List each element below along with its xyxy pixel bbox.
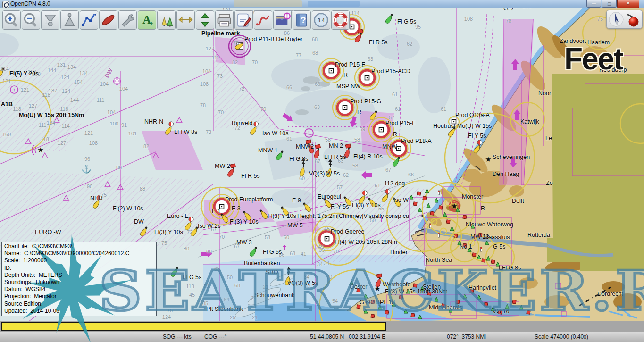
help-icon: ? <box>293 11 310 29</box>
production-platform <box>315 226 339 251</box>
clock-icon: -8.4 <box>312 11 330 29</box>
harbor-mark <box>456 300 460 304</box>
chart-scale-value: Scale 474000 (0.40x) <box>535 334 588 340</box>
toolbar-print-button[interactable] <box>215 10 234 30</box>
chart-bar-key[interactable] <box>1 322 386 331</box>
toolbar-chart-scale-button[interactable] <box>176 10 195 30</box>
drop-mark-icon <box>100 11 117 29</box>
ais-targets-icon <box>158 11 175 29</box>
toolbar-create-route-button[interactable] <box>80 10 98 30</box>
toolbar-drop-mark-button[interactable] <box>99 10 117 30</box>
toolbar-route-manager-button[interactable] <box>234 10 253 30</box>
toolbar-track-button[interactable] <box>254 10 272 30</box>
toolbar-options-button[interactable] <box>118 10 137 30</box>
background-window-artifact <box>308 1 360 7</box>
unsurveyed-area <box>547 74 644 271</box>
opencpn-window: ★★★★⚓i! 12112711415010495108787596807875… <box>0 0 644 342</box>
toolbar-chart-stack-button[interactable] <box>196 10 214 30</box>
toolbar-enc-text-button[interactable]: A+ <box>138 10 156 30</box>
chart-outlines-icon: ! <box>274 11 291 29</box>
options-icon <box>119 11 136 29</box>
compass-widget[interactable] <box>606 10 643 29</box>
title-bar[interactable]: OpenCPN 4.8.0 <box>0 0 644 8</box>
harbor-mark <box>491 260 495 264</box>
harbor-mark <box>470 290 474 293</box>
mob-icon <box>332 11 349 29</box>
svg-text:★: ★ <box>37 146 43 154</box>
harbor-mark <box>417 192 421 195</box>
production-platform <box>355 66 379 90</box>
toolbar-scale-down-button[interactable] <box>41 10 59 30</box>
toolbar-chart-outlines-button[interactable]: ! <box>273 10 292 30</box>
toolbar-follow-vessel-button[interactable] <box>60 10 79 30</box>
toolbar-help-button[interactable]: ? <box>293 10 311 30</box>
chart-scale-icon <box>177 11 194 29</box>
chart-mark-anchor: ⚓ <box>81 164 92 174</box>
harbor-mark <box>413 202 417 206</box>
main-toolbar: A+!?-8.4 <box>2 10 350 30</box>
harbor-mark <box>423 196 427 200</box>
harbor-mark <box>430 224 431 228</box>
zoom-in-icon <box>3 11 20 29</box>
harbor-mark <box>399 295 403 299</box>
chart-stack-icon <box>196 11 214 29</box>
track-icon <box>254 11 272 29</box>
minimize-button[interactable]: — <box>586 0 601 8</box>
harbor-mark <box>442 304 445 308</box>
svg-text:!: ! <box>308 130 310 137</box>
scale-down-icon <box>42 11 59 29</box>
app-icon <box>2 1 9 8</box>
svg-text:+: + <box>149 19 153 27</box>
production-platform <box>319 58 343 83</box>
toolbar-ais-targets-button[interactable] <box>157 10 176 30</box>
route-manager-icon <box>235 11 252 29</box>
print-icon <box>216 11 233 29</box>
create-route-icon <box>80 11 98 29</box>
svg-text:⚓: ⚓ <box>81 164 92 174</box>
toolbar-clock-button[interactable]: -8.4 <box>312 10 330 30</box>
light-star: ★ <box>374 284 380 292</box>
chart-bar[interactable] <box>0 321 644 332</box>
svg-text:★: ★ <box>374 284 380 292</box>
harbor-mark <box>512 300 516 304</box>
harbor-mark <box>438 233 440 237</box>
maximize-button[interactable]: ▢ <box>602 0 617 8</box>
svg-text:?: ? <box>301 15 306 25</box>
harbor-mark <box>498 310 502 314</box>
compass-rose-icon <box>609 12 623 26</box>
harbor-mark <box>357 288 360 292</box>
harbor-mark <box>371 314 375 318</box>
light-star: ★ <box>485 155 491 163</box>
cursor-bearing: 072° 3753 NMi <box>447 334 486 340</box>
harbor-mark <box>527 310 530 314</box>
gps-status-icon <box>629 17 638 26</box>
status-bar: SOG --- kts COG ---° 51 44.0805 N 002 31… <box>0 332 644 342</box>
harbor-mark <box>427 292 431 295</box>
svg-text:!: ! <box>286 13 288 19</box>
production-platform <box>449 117 459 127</box>
harbor-mark <box>472 253 476 257</box>
chart-info-box <box>1 242 157 316</box>
svg-text:★: ★ <box>451 202 457 210</box>
harbor-mark <box>478 233 482 237</box>
toolbar-zoom-out-button[interactable] <box>22 10 40 30</box>
chart-mark-crossc <box>114 78 121 85</box>
harbor-mark <box>463 243 467 247</box>
follow-vessel-icon <box>61 11 78 29</box>
sog-value: SOG --- kts <box>163 334 192 340</box>
harbor-mark <box>484 302 488 306</box>
harbor-mark <box>411 313 415 317</box>
enc-text-icon: A+ <box>138 11 156 29</box>
zoom-out-icon <box>22 11 40 29</box>
production-platform <box>369 117 393 142</box>
toolbar-zoom-in-button[interactable] <box>2 10 21 30</box>
harbor-mark <box>438 191 440 195</box>
close-button[interactable]: ✕ <box>617 0 639 8</box>
harbor-mark <box>482 259 485 262</box>
harbor-mark <box>371 300 375 304</box>
satellite-icon <box>627 14 633 17</box>
production-platform <box>333 95 357 120</box>
svg-text:★: ★ <box>485 155 491 163</box>
cog-value: COG ---° <box>204 334 226 340</box>
toolbar-mob-button[interactable] <box>331 10 350 30</box>
